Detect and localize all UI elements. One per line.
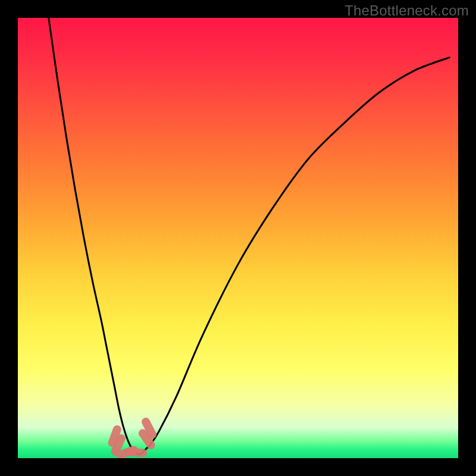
bottleneck-curve <box>49 18 449 455</box>
chart-frame: TheBottleneck.com <box>0 0 476 476</box>
watermark-label: TheBottleneck.com <box>345 2 469 19</box>
marker-group <box>107 416 158 458</box>
curve-svg <box>18 18 458 458</box>
plot-area <box>18 18 458 458</box>
